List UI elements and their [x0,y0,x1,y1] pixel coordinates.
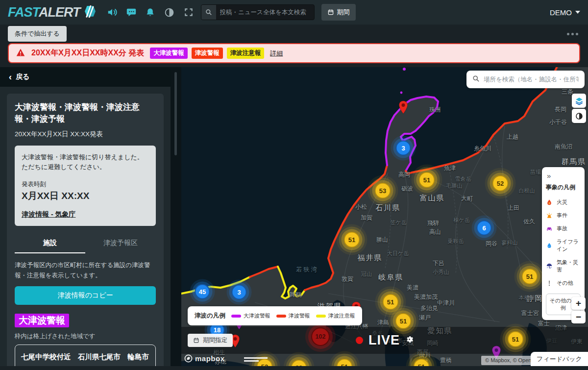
filter-button[interactable]: 条件で抽出する [8,26,67,42]
more-options-icon[interactable] [565,30,580,38]
map-label: 蓼科山 [502,239,518,247]
event-legend-label: ライフライン [557,238,581,253]
map-label: 小松 [355,203,367,211]
cluster-marker[interactable]: 53 [375,183,391,199]
map-canvas[interactable]: LIVE » 事象の凡例 火災事件事故ライフライン気象・災害その他 その他の凡例 [181,67,588,366]
map-label: 岐阜県 [379,273,404,282]
section-caption: 枠内は格上げされた地域です [15,332,156,341]
cluster-marker[interactable]: 6 [477,221,492,236]
event-legend-label: 気象・災害 [557,259,581,273]
collapse-panel-icon[interactable]: » [546,171,581,181]
jma-source-link[interactable]: 津波情報 - 気象庁 [22,210,75,219]
sound-icon[interactable] [107,7,118,18]
event-legend-item[interactable]: ライフライン [546,235,581,256]
tab-facilities[interactable]: 施設 [15,235,85,253]
cluster-marker[interactable]: 51 [344,232,360,248]
fire-icon [546,199,553,206]
fullscreen-icon[interactable] [183,7,194,18]
cluster-marker[interactable]: 3 [396,141,411,156]
map-label: 槍ケ岳 [453,217,469,224]
map-label: 富士宮 [521,309,539,318]
cluster-marker[interactable]: 52 [492,175,509,192]
zoom-in-button[interactable]: + [571,297,586,310]
map-label: 冠山 [361,271,372,278]
event-legend-title: 事象の凡例 [546,183,581,192]
caret-down-icon [575,11,580,14]
event-legend-item[interactable]: 事故 [546,222,581,235]
fastalert-logo[interactable]: FASTALERT [8,5,96,20]
map-label: 三条 [562,88,573,96]
map-label: 糸魚川 [474,145,491,153]
map-label: 砺波 [401,185,413,193]
map-search-box [466,71,585,88]
map-search-input[interactable] [484,76,579,83]
map-label: 大町 [461,195,473,203]
map-label: 下呂 [433,259,444,268]
account-menu[interactable]: DEMO [550,8,580,17]
tsunami-legend-items: 大津波警報津波警報津波注意報 [231,312,355,320]
warning-section: 大津波警報枠内は格上げされた地域です七尾中学校付近 石川県七尾市 輪島市 輪島中… [15,314,156,366]
map-label: 白根山 [519,187,535,195]
top-navbar: FASTALERT 期間 DEMO [0,0,588,25]
map-label: 高山 [429,228,441,236]
map-label: 雪倉岳 [455,175,471,183]
map-label: 加賀 [361,214,372,222]
tsunami-legend-item: 大津波警報 [231,312,270,320]
map-label: 笠ケ岳 [390,219,406,226]
map-label: 南魚沼 [555,143,572,151]
map-label: 豊橋 [440,356,452,365]
period-button[interactable]: 期間 [321,4,356,21]
event-legend-label: 事故 [557,225,567,232]
alert-detail-link[interactable]: 詳細 [270,49,283,58]
back-button[interactable]: ‹ 戻る [0,67,171,87]
notice-box: 大津波警報・津波警報に切り替えました。 ただちに避難してください。 発表時刻 X… [15,146,156,226]
bell-icon[interactable] [145,7,156,18]
tsunami-alert-banner: 20XX年X月XX日XX時XX分 発表 大津波警報津波警報津波注意報 詳細 [8,43,580,63]
map-label: 岡谷 [486,240,497,248]
event-legend-item[interactable]: 事件 [546,209,581,222]
map-contrast-button[interactable] [572,109,586,123]
chat-icon[interactable] [126,7,137,18]
map-label: 毛勝山 [446,182,463,190]
event-legend-item[interactable]: 火災 [546,196,581,209]
live-settings-gear-icon[interactable] [405,335,414,345]
sidebar-scrollbar[interactable] [171,67,181,366]
notice-line-2: ただちに避難してください。 [22,162,149,173]
map-label: 本栖湖 [519,294,535,301]
cluster-marker[interactable]: 51 [522,269,538,285]
zoom-out-button[interactable]: − [571,311,586,323]
contrast-icon[interactable] [164,7,175,18]
mapbox-logo[interactable]: mapbox [184,354,225,363]
legend-label: 津波警報 [289,312,310,320]
cluster-marker[interactable]: 51 [419,172,435,188]
notice-time-label: 発表時刻 [22,180,149,189]
layers-button[interactable] [572,94,586,108]
map-label: 舞鶴 [290,291,301,299]
map-label: 富士 [538,320,550,328]
event-legend-item[interactable]: 気象・災害 [546,256,581,276]
tsunami-legend-item: 津波警報 [276,312,310,320]
tab-forecast-zones[interactable]: 津波予報区 [85,235,156,253]
map-label: 乗鞍岳 [448,238,464,245]
nav-icon-group [107,7,194,18]
red-map-pin[interactable] [398,100,408,116]
map-period-button[interactable]: 期間指定 [188,334,233,347]
global-search-input[interactable] [216,9,314,16]
live-label: LIVE [368,333,400,348]
zoom-controls: + − [571,297,586,324]
map-label: 福井県 [358,253,383,263]
map-period-label: 期間指定 [203,336,227,345]
map-label: 津島 [377,319,389,327]
event-legend-item[interactable]: その他 [546,276,581,290]
feedback-button[interactable]: フィードバック [531,352,588,366]
map-label: 高岡 [398,171,410,179]
alert-badge: 津波警報 [192,48,223,59]
map-label: 瀬戸 [419,314,431,322]
alert-badge: 大津波警報 [150,48,188,59]
tab-description: 津波予報区内の市区町村に所在する施設の津波警報・注意報を表示しています。 [15,260,156,280]
cluster-marker[interactable]: 51 [383,294,399,310]
cluster-marker[interactable]: 3 [232,285,247,300]
cluster-marker[interactable]: 45 [195,284,210,299]
logo-hexagon-icon [83,5,96,20]
copy-tsunami-info-button[interactable]: 津波情報のコピー [15,286,156,305]
